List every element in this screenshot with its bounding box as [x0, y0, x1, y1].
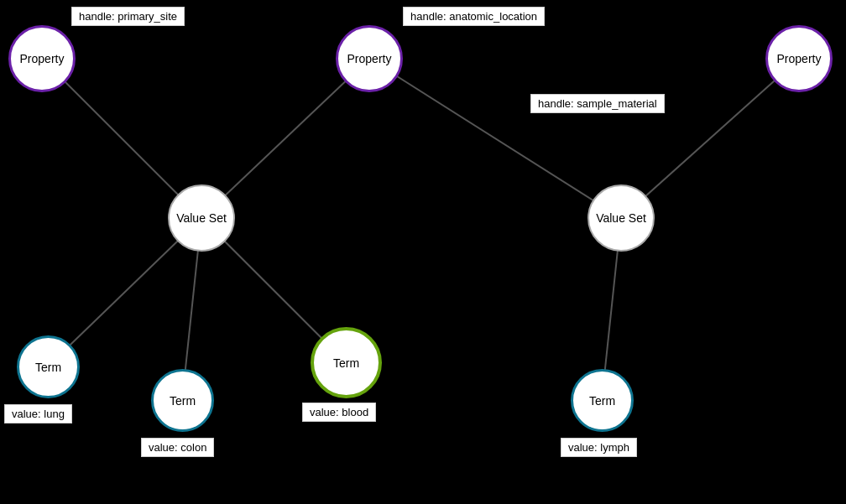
svg-line-3 — [621, 59, 799, 218]
term-3-label: Term — [333, 356, 359, 370]
term-4-value: value: lymph — [561, 438, 637, 457]
term-2-value: value: colon — [141, 438, 214, 457]
property-1-handle: handle: primary_site — [71, 7, 185, 26]
property-node-1[interactable]: Property — [8, 25, 76, 92]
term-2-label: Term — [170, 394, 196, 408]
valueset-1-label: Value Set — [176, 211, 227, 225]
valueset-node-1[interactable]: Value Set — [168, 184, 235, 252]
term-node-1[interactable]: Term — [17, 335, 80, 398]
svg-line-1 — [201, 59, 369, 218]
property-2-handle: handle: anatomic_location — [403, 7, 545, 26]
valueset-2-label: Value Set — [596, 211, 646, 225]
term-node-2[interactable]: Term — [151, 369, 214, 432]
term-node-3[interactable]: Term — [311, 327, 382, 398]
svg-line-2 — [369, 59, 621, 218]
property-3-label: Property — [777, 52, 822, 65]
term-3-value: value: blood — [302, 403, 376, 422]
term-1-label: Term — [35, 361, 61, 374]
property-node-3[interactable]: Property — [765, 25, 833, 92]
property-1-label: Property — [20, 52, 65, 65]
property-2-label: Property — [347, 52, 392, 65]
property-3-handle: handle: sample_material — [530, 94, 665, 113]
valueset-node-2[interactable]: Value Set — [588, 184, 655, 252]
term-node-4[interactable]: Term — [571, 369, 634, 432]
term-4-label: Term — [589, 394, 615, 408]
property-node-2[interactable]: Property — [336, 25, 403, 92]
term-1-value: value: lung — [4, 404, 72, 423]
